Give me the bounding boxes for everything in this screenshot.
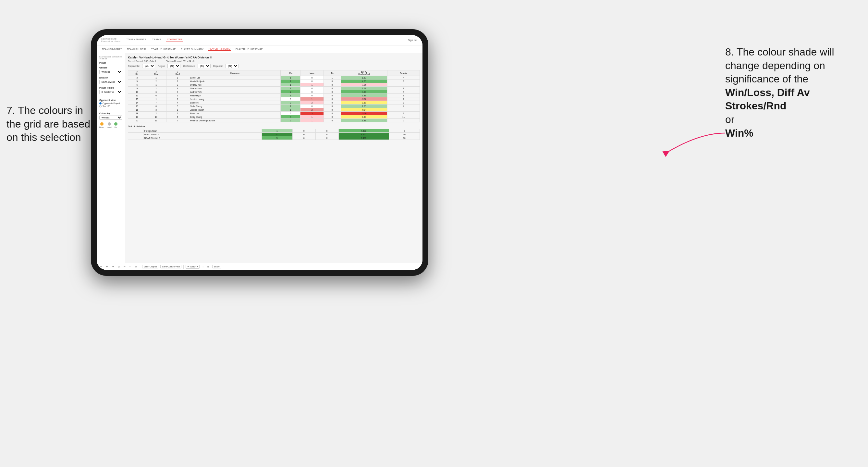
cell-opponent: Euna Lee: [189, 112, 281, 115]
opponents-filter-select[interactable]: (All): [142, 64, 155, 68]
cell-div: 11: [128, 94, 146, 97]
grid-records: Overall Record: 353 - 34 - 6 Division Re…: [128, 60, 420, 62]
cell-reg: 6: [146, 90, 166, 94]
cell-opponent: Emily Chang: [189, 115, 281, 119]
cell-tie: 0: [323, 112, 341, 115]
subnav-player-h2h-heatmap[interactable]: PLAYER H2H HEATMAP: [235, 48, 264, 51]
cell-win: 4: [281, 115, 301, 119]
cell-reg: 8: [146, 104, 166, 108]
annotation-or: or: [725, 114, 734, 125]
legend-up: Up: [114, 122, 118, 128]
nav-tournaments[interactable]: TOURNAMENTS: [126, 38, 147, 42]
overall-record-value: 353 - 34 - 6: [145, 60, 156, 62]
legend-down: Down: [99, 122, 104, 128]
subnav-team-summary[interactable]: TEAM SUMMARY: [101, 48, 122, 51]
toolbar-share[interactable]: Share: [212, 265, 221, 269]
legend-down-label: Down: [99, 126, 104, 128]
cell-win: 2: [281, 101, 301, 104]
toolbar-dot[interactable]: ···: [128, 265, 132, 268]
cell-ood-rounds: 30: [389, 133, 420, 136]
subnav-player-h2h-grid[interactable]: PLAYER H2H GRID: [208, 48, 231, 51]
legend-up-label: Up: [115, 126, 117, 128]
toolbar-scissors[interactable]: ✄: [125, 265, 127, 269]
nav-committee[interactable]: COMMITTEE: [166, 38, 183, 42]
conference-filter-select[interactable]: (All): [197, 64, 211, 68]
cell-ood-tie: 0: [315, 129, 338, 133]
toolbar-watch[interactable]: 👁 Watch ▾: [186, 265, 199, 269]
cell-reg: 1: [146, 87, 166, 90]
cell-div: 10: [128, 90, 146, 94]
annotation-left-text: 7. The colours in the grid are based on …: [6, 104, 90, 143]
rank-select[interactable]: 8. Katelyn Vo: [99, 90, 122, 94]
nav-teams[interactable]: TEAMS: [152, 38, 162, 42]
cell-win: 1: [281, 94, 301, 97]
table-row: Foreign Team 1 0 0 4.500 2: [128, 129, 420, 133]
division-record-value: 331 - 34 - 6: [183, 60, 194, 62]
table-row: 10 6 3 Andrea York 2 0 0 4.00 4: [128, 90, 420, 94]
cell-ood-loss: 0: [292, 133, 315, 136]
cell-win: 0: [281, 97, 301, 101]
toolbar-view-original[interactable]: View: Original: [142, 265, 158, 269]
cell-rounds: 11: [388, 115, 420, 119]
cell-conf: 6: [166, 115, 189, 119]
cell-loss: 1: [301, 97, 323, 101]
cell-conf: 1: [166, 97, 189, 101]
cell-rounds: 2: [388, 97, 420, 101]
subnav-team-h2h-heatmap[interactable]: TEAM H2H HEATMAP: [151, 48, 177, 51]
cell-div: 16: [128, 108, 146, 112]
cell-ood-tie: 0: [315, 136, 338, 140]
sign-out-link[interactable]: Sign out: [407, 39, 418, 41]
sidebar: Last Updated: 27/03/2024 16:55:38 Player…: [97, 53, 125, 270]
table-row: 11 6 3 Heejo Hyun 1 0 0 3.33 3: [128, 94, 420, 97]
col-rounds: Rounds: [388, 70, 420, 76]
col-reg: #Reg: [146, 70, 166, 76]
subnav-team-h2h-grid[interactable]: TEAM H2H GRID: [126, 48, 147, 51]
subnav-player-summary[interactable]: PLAYER SUMMARY: [180, 48, 204, 51]
cell-tie: 0: [323, 119, 341, 122]
cell-diff: -5.00: [341, 112, 388, 115]
main-nav-links: TOURNAMENTS TEAMS COMMITTEE: [126, 38, 404, 42]
grid-area: Katelyn Vo Head-to-Head Grid for Women's…: [125, 53, 423, 270]
col-conf: #Conf: [166, 70, 189, 76]
rank-label: Player (Rank): [99, 87, 122, 89]
radio-label-played: Opponents Played: [102, 102, 120, 104]
toolbar-arrows[interactable]: ↕: [202, 265, 205, 268]
cell-rounds: 3: [388, 94, 420, 97]
bottom-toolbar: ↩ ↩ ↪ ⊡ ✄ ··· ⊙ View: Original Save Cust…: [125, 263, 423, 270]
opponent-filter-select[interactable]: (All): [225, 64, 239, 68]
col-tie: Tie: [323, 70, 341, 76]
cell-ood-label: NCAA Division 2: [143, 136, 261, 140]
cell-tie: 0: [323, 101, 341, 104]
cell-reg: 1: [146, 83, 166, 87]
sidebar-rank-section: Player (Rank) 8. Katelyn Vo: [99, 87, 122, 94]
gender-select[interactable]: Women's: [99, 70, 122, 74]
cell-diff: -0.94: [341, 108, 388, 112]
cell-win: 1: [281, 87, 301, 90]
table-row: 14 7 4 Eunice Yi 2 2 0 0.38 9: [128, 101, 420, 104]
toolbar-refresh[interactable]: ⊙: [134, 265, 138, 269]
radio-opponents-played[interactable]: Opponents Played: [99, 102, 122, 104]
cell-diff: 0.38: [341, 101, 388, 104]
cell-reg: 7: [146, 101, 166, 104]
cell-opponent: Federica Domecq Lacroze: [189, 119, 281, 122]
cell-ood-diff: 4.500: [338, 129, 389, 133]
cell-loss: 1: [301, 83, 323, 87]
legend-down-circle: [100, 122, 103, 126]
colour-by-select[interactable]: Win/loss: [99, 116, 122, 120]
division-select[interactable]: NCAA Division III: [99, 80, 122, 84]
cell-div: 5: [128, 80, 146, 83]
region-filter-select[interactable]: (All): [167, 64, 180, 68]
toolbar-grid2[interactable]: ⊞: [206, 265, 210, 269]
cell-tie: 0: [323, 90, 341, 94]
tablet-screen: SCOREBOARD Powered by clipp'd TOURNAMENT…: [97, 35, 423, 270]
toolbar-save-custom[interactable]: Save Custom View: [160, 265, 181, 269]
cell-ood-win: 1: [261, 129, 292, 133]
cell-opponent: Jessica Huang: [189, 97, 281, 101]
cell-div: 13: [128, 97, 146, 101]
cell-rounds: 2: [388, 112, 420, 115]
cell-ood-loss: 0: [292, 136, 315, 140]
cell-conf: 3: [166, 94, 189, 97]
cell-conf: 1: [166, 76, 189, 80]
radio-top100[interactable]: Top 100: [99, 105, 122, 107]
app-logo: SCOREBOARD Powered by clipp'd: [101, 38, 120, 42]
